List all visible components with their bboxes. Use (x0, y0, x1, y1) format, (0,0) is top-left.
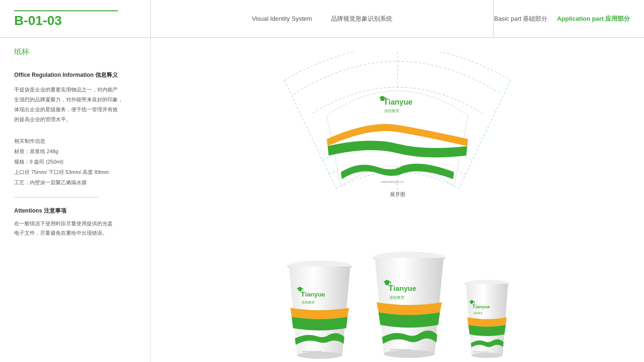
main-content: 纸杯 Office Regulation Information 信息释义 手提… (0, 38, 644, 362)
cup-svg-center: Tianyue 添悦教育 www.tianyue.cn (367, 249, 452, 362)
cups-area: Tianyue 添悦教育 www.tianyue.cn (165, 225, 630, 362)
header: B-01-03 Visual Identity System 品牌视觉形象识别系… (0, 0, 644, 38)
spec: 规格：9 盎司 (250ml) (14, 156, 136, 167)
page-code: B-01-03 (14, 14, 150, 27)
svg-line-0 (284, 80, 336, 189)
svg-text:Tianyue: Tianyue (388, 283, 417, 293)
production-info: 相关制作信息 材质：原浆纸 248g 规格：9 盎司 (250ml) 上口径 7… (14, 136, 136, 188)
diagram-label: 展开图 (390, 191, 405, 198)
header-center-nav: Visual Identity System 品牌视觉形象识别系统 (151, 0, 493, 37)
info-body: 手提袋是企业的重要实用物品之一，对内能产 生强烈的品牌凝聚力，对外能带来良好的印… (14, 85, 136, 124)
svg-text:添悦教育: 添悦教育 (302, 300, 315, 304)
cup-3d-center: Tianyue 添悦教育 www.tianyue.cn (367, 249, 452, 362)
info-line-3: 体现出企业的星级服务，便于统一管理并有效 (14, 107, 118, 112)
attention-text: 在一般情况下使用时应尽量使用提供的光盘 电子文件，尽量避免在重绘中出现错误。 (14, 219, 136, 239)
svg-text:添悦教育: 添悦教育 (384, 109, 399, 113)
svg-text:Tianyue: Tianyue (472, 304, 490, 309)
svg-text:www.tianyue.cn: www.tianyue.cn (302, 350, 322, 353)
svg-line-1 (459, 80, 511, 189)
attention-line-1: 在一般情况下使用时应尽量使用提供的光盘 (14, 221, 113, 226)
svg-text:Tianyue: Tianyue (301, 290, 325, 298)
info-line-2: 生强烈的品牌凝聚力，对外能带来良好的印象， (14, 97, 123, 102)
section-title: 纸杯 (14, 47, 136, 57)
header-right-nav: Basic part 基础部分 Application part 应用部分 (493, 0, 644, 37)
cup-3d-right: Tianyue 添悦教育 www.tianyue.cn (461, 277, 513, 362)
top-line-decoration (14, 10, 118, 11)
cup-3d-left: Tianyue 添悦教育 www.tianyue.cn (282, 258, 357, 362)
attention-heading: Attentions 注意事项 (14, 207, 136, 215)
cup-svg-right: Tianyue 添悦教育 www.tianyue.cn (461, 277, 513, 362)
nav-application-part: Application part 应用部分 (557, 15, 630, 23)
svg-text:www.tianyue.cn: www.tianyue.cn (380, 180, 404, 184)
dimensions: 上口径 75mm/ 下口径 53mm/ 高度 89mm (14, 167, 136, 177)
left-divider (14, 197, 99, 197)
info-line-1: 手提袋是企业的重要实用物品之一，对内能产 (14, 87, 118, 92)
svg-point-11 (297, 352, 342, 359)
process: 工艺：内壁涂一层聚乙烯隔水膜 (14, 177, 136, 188)
right-panel: Tianyue 添悦教育 www.tianyue.cn 展开图 (151, 38, 644, 362)
material: 材质：原浆纸 248g (14, 146, 136, 156)
info-heading: Office Regulation Information 信息释义 (14, 71, 136, 79)
svg-point-20 (384, 350, 435, 358)
svg-text:www.tianyue.cn: www.tianyue.cn (473, 351, 489, 353)
nav-visual-identity: Visual Identity System (252, 15, 312, 22)
attention-line-2: 电子文件，尽量避免在重绘中出现错误。 (14, 230, 107, 236)
header-left: B-01-03 (0, 0, 151, 37)
production-label: 相关制作信息 (14, 136, 136, 146)
nav-basic-part: Basic part 基础部分 (494, 15, 547, 23)
left-panel: 纸杯 Office Regulation Information 信息释义 手提… (0, 38, 151, 362)
cup-diagram-svg: Tianyue 添悦教育 www.tianyue.cn (275, 52, 520, 207)
cup-diagram-area: Tianyue 添悦教育 www.tianyue.cn 展开图 (165, 42, 630, 212)
svg-text:Tianyue: Tianyue (383, 97, 413, 107)
svg-text:添悦教育: 添悦教育 (473, 312, 483, 314)
info-line-4: 的提高企业的管理水平。 (14, 116, 71, 122)
svg-text:www.tianyue.cn: www.tianyue.cn (390, 347, 411, 351)
svg-point-29 (471, 353, 503, 358)
cup-flat-diagram: Tianyue 添悦教育 www.tianyue.cn 展开图 (275, 52, 520, 203)
svg-text:添悦教育: 添悦教育 (389, 296, 405, 300)
nav-brand-cn: 品牌视觉形象识别系统 (331, 15, 392, 23)
cup-svg-left: Tianyue 添悦教育 www.tianyue.cn (282, 258, 357, 362)
